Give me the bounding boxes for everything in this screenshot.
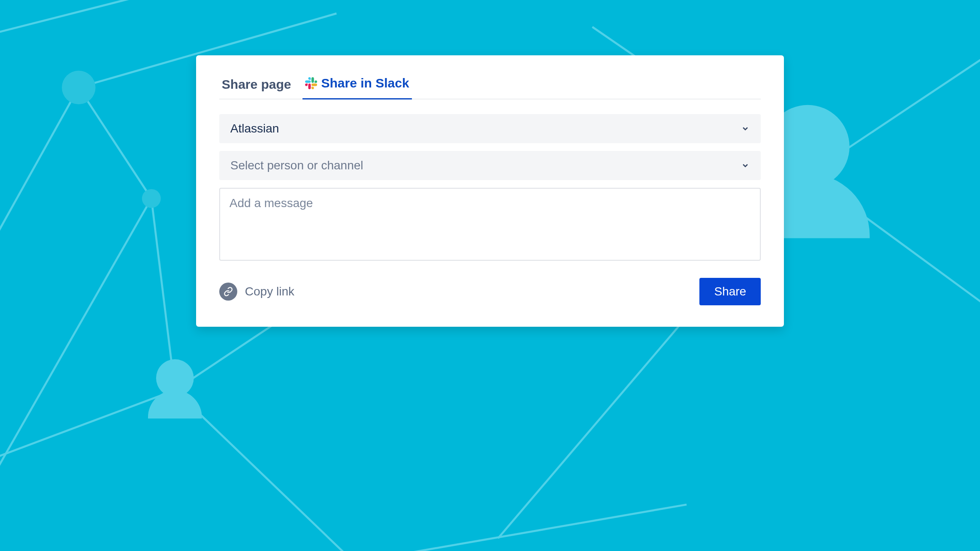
share-button[interactable]: Share [699, 278, 761, 305]
share-tabs: Share page Share in Slack [219, 75, 761, 99]
copy-link-button[interactable]: Copy link [219, 283, 294, 301]
tab-share-in-slack[interactable]: Share in Slack [302, 76, 412, 99]
svg-point-16 [142, 189, 161, 208]
copy-link-label: Copy link [245, 285, 294, 298]
tab-share-page[interactable]: Share page [219, 77, 294, 99]
workspace-select-value: Atlassian [230, 122, 279, 135]
chevron-down-icon [741, 161, 750, 170]
recipient-select[interactable]: Select person or channel [219, 151, 761, 180]
share-button-label: Share [714, 285, 746, 298]
message-input[interactable] [219, 188, 761, 261]
dialog-footer: Copy link Share [219, 278, 761, 305]
workspace-select[interactable]: Atlassian [219, 114, 761, 143]
tab-share-page-label: Share page [222, 77, 291, 92]
link-icon [219, 283, 237, 301]
svg-point-15 [62, 71, 95, 104]
tab-share-in-slack-label: Share in Slack [321, 76, 409, 90]
share-dialog: Share page Share in Slack Atlassian Sele… [196, 55, 784, 327]
slack-icon [305, 77, 317, 89]
recipient-select-placeholder: Select person or channel [230, 159, 363, 172]
chevron-down-icon [741, 124, 750, 133]
